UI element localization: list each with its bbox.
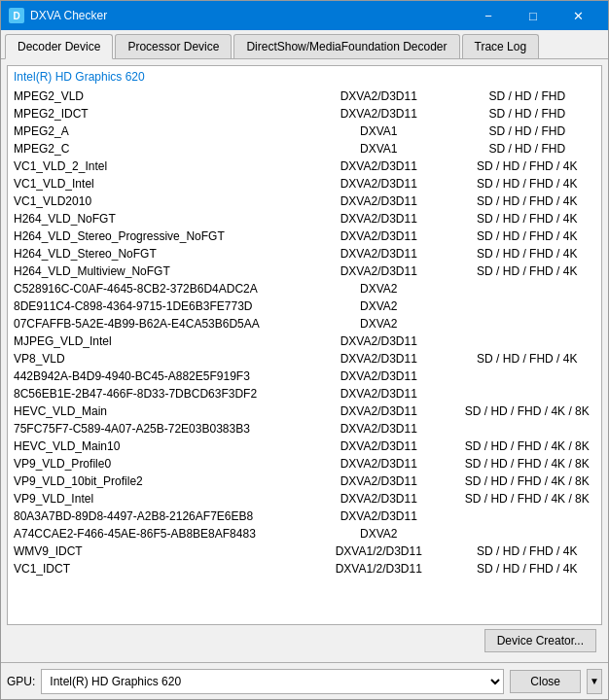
table-row: 80A3A7BD-89D8-4497-A2B8-2126AF7E6EB8 DXV… xyxy=(8,508,601,525)
resolution-value xyxy=(453,525,602,542)
table-row: VP9_VLD_Profile0 DXVA2/D3D11 SD / HD / F… xyxy=(8,455,601,472)
resolution-value xyxy=(453,508,602,525)
codec-name: VC1_VLD2010 xyxy=(8,192,304,210)
api-value: DXVA2 xyxy=(304,315,453,332)
api-value: DXVA2/D3D11 xyxy=(304,508,453,525)
close-window-button[interactable]: ✕ xyxy=(555,5,600,26)
scroll-down-arrow[interactable]: ▼ xyxy=(587,669,602,694)
codec-name: A74CCAE2-F466-45AE-86F5-AB8BE8AF8483 xyxy=(8,525,304,542)
api-value: DXVA2/D3D11 xyxy=(304,438,453,455)
codec-name: 8C56EB1E-2B47-466F-8D33-7DBCD63F3DF2 xyxy=(8,385,304,402)
api-value: DXVA2/D3D11 xyxy=(304,385,453,402)
codec-name: VP9_VLD_Intel xyxy=(8,490,304,508)
table-row: WMV9_IDCT DXVA1/2/D3D11 SD / HD / FHD / … xyxy=(8,542,601,560)
close-button[interactable]: Close xyxy=(510,670,581,693)
table-row: MPEG2_A DXVA1 SD / HD / FHD xyxy=(8,122,601,140)
resolution-value: SD / HD / FHD / 4K xyxy=(453,158,602,175)
api-value: DXVA2/D3D11 xyxy=(304,105,453,122)
gpu-selector[interactable]: Intel(R) HD Graphics 620 xyxy=(41,669,504,694)
decoder-table-container[interactable]: Intel(R) HD Graphics 620 MPEG2_VLD DXVA2… xyxy=(7,65,602,625)
table-row: VC1_VLD_2_Intel DXVA2/D3D11 SD / HD / FH… xyxy=(8,158,601,175)
codec-name: VC1_IDCT xyxy=(8,560,304,578)
resolution-value: SD / HD / FHD / 4K / 8K xyxy=(453,438,602,455)
api-value: DXVA2/D3D11 xyxy=(304,350,453,368)
table-row: VC1_IDCT DXVA1/2/D3D11 SD / HD / FHD / 4… xyxy=(8,560,601,578)
codec-name: VP8_VLD xyxy=(8,350,304,368)
api-value: DXVA2/D3D11 xyxy=(304,158,453,175)
title-controls: − □ ✕ xyxy=(466,5,600,26)
gpu-label: GPU: xyxy=(7,675,35,688)
codec-name: 8DE911C4-C898-4364-9715-1DE6B3FE773D xyxy=(8,298,304,315)
api-value: DXVA2/D3D11 xyxy=(304,245,453,262)
window-title: DXVA Checker xyxy=(30,9,107,22)
table-row: C528916C-C0AF-4645-8CB2-372B6D4ADC2A DXV… xyxy=(8,280,601,298)
codec-name: 442B942A-B4D9-4940-BC45-A882E5F919F3 xyxy=(8,368,304,385)
table-row: VC1_VLD2010 DXVA2/D3D11 SD / HD / FHD / … xyxy=(8,192,601,210)
table-row: VP9_VLD_Intel DXVA2/D3D11 SD / HD / FHD … xyxy=(8,490,601,508)
resolution-value: SD / HD / FHD / 4K xyxy=(453,228,602,245)
table-row: MJPEG_VLD_Intel DXVA2/D3D11 xyxy=(8,332,601,350)
minimize-button[interactable]: − xyxy=(466,5,511,26)
device-creator-button[interactable]: Device Creator... xyxy=(484,629,596,652)
resolution-value: SD / HD / FHD / 4K / 8K xyxy=(453,472,602,490)
table-header: Intel(R) HD Graphics 620 xyxy=(8,66,601,88)
resolution-value: SD / HD / FHD xyxy=(453,140,602,158)
table-row: MPEG2_C DXVA1 SD / HD / FHD xyxy=(8,140,601,158)
table-row: H264_VLD_NoFGT DXVA2/D3D11 SD / HD / FHD… xyxy=(8,210,601,228)
main-window: D DXVA Checker − □ ✕ Decoder Device Proc… xyxy=(0,0,609,700)
codec-name: VC1_VLD_Intel xyxy=(8,175,304,192)
maximize-button[interactable]: □ xyxy=(511,5,555,26)
tab-directshow[interactable]: DirectShow/MediaFoundation Decoder xyxy=(233,34,459,58)
codec-name: MPEG2_VLD xyxy=(8,88,304,105)
app-icon: D xyxy=(9,8,24,23)
resolution-value xyxy=(453,280,602,298)
api-value: DXVA1/2/D3D11 xyxy=(304,560,453,578)
codec-name: H264_VLD_Multiview_NoFGT xyxy=(8,262,304,280)
api-value: DXVA2/D3D11 xyxy=(304,228,453,245)
api-value: DXVA1 xyxy=(304,140,453,158)
codec-name: MPEG2_C xyxy=(8,140,304,158)
title-bar-left: D DXVA Checker xyxy=(9,8,107,23)
tab-trace-log[interactable]: Trace Log xyxy=(462,34,540,58)
codec-name: 07CFAFFB-5A2E-4B99-B62A-E4CA53B6D5AA xyxy=(8,315,304,332)
table-row: MPEG2_IDCT DXVA2/D3D11 SD / HD / FHD xyxy=(8,105,601,122)
codec-name: 75FC75F7-C589-4A07-A25B-72E03B0383B3 xyxy=(8,420,304,438)
codec-name: H264_VLD_Stereo_Progressive_NoFGT xyxy=(8,228,304,245)
codec-name: HEVC_VLD_Main xyxy=(8,402,304,420)
api-value: DXVA2/D3D11 xyxy=(304,210,453,228)
resolution-value xyxy=(453,298,602,315)
resolution-value: SD / HD / FHD / 4K xyxy=(453,192,602,210)
table-row: HEVC_VLD_Main DXVA2/D3D11 SD / HD / FHD … xyxy=(8,402,601,420)
table-row: H264_VLD_Multiview_NoFGT DXVA2/D3D11 SD … xyxy=(8,262,601,280)
table-row: H264_VLD_Stereo_Progressive_NoFGT DXVA2/… xyxy=(8,228,601,245)
codec-name: H264_VLD_NoFGT xyxy=(8,210,304,228)
api-value: DXVA2/D3D11 xyxy=(304,368,453,385)
api-value: DXVA2 xyxy=(304,525,453,542)
table-row: VC1_VLD_Intel DXVA2/D3D11 SD / HD / FHD … xyxy=(8,175,601,192)
table-row: 07CFAFFB-5A2E-4B99-B62A-E4CA53B6D5AA DXV… xyxy=(8,315,601,332)
codec-name: VP9_VLD_10bit_Profile2 xyxy=(8,472,304,490)
table-row: MPEG2_VLD DXVA2/D3D11 SD / HD / FHD xyxy=(8,88,601,105)
resolution-value: SD / HD / FHD / 4K xyxy=(453,262,602,280)
resolution-value: SD / HD / FHD / 4K / 8K xyxy=(453,490,602,508)
table-row: 8C56EB1E-2B47-466F-8D33-7DBCD63F3DF2 DXV… xyxy=(8,385,601,402)
resolution-value: SD / HD / FHD xyxy=(453,122,602,140)
api-value: DXVA2/D3D11 xyxy=(304,455,453,472)
api-value: DXVA2/D3D11 xyxy=(304,490,453,508)
tab-decoder-device[interactable]: Decoder Device xyxy=(5,34,113,59)
table-row: H264_VLD_Stereo_NoFGT DXVA2/D3D11 SD / H… xyxy=(8,245,601,262)
codec-name: MPEG2_IDCT xyxy=(8,105,304,122)
codec-name: C528916C-C0AF-4645-8CB2-372B6D4ADC2A xyxy=(8,280,304,298)
tab-processor-device[interactable]: Processor Device xyxy=(115,34,232,58)
table-row: 8DE911C4-C898-4364-9715-1DE6B3FE773D DXV… xyxy=(8,298,601,315)
footer: GPU: Intel(R) HD Graphics 620 Close ▼ xyxy=(1,662,608,699)
api-value: DXVA2/D3D11 xyxy=(304,332,453,350)
resolution-value xyxy=(453,368,602,385)
codec-name: WMV9_IDCT xyxy=(8,542,304,560)
resolution-value: SD / HD / FHD / 4K / 8K xyxy=(453,455,602,472)
codec-name: H264_VLD_Stereo_NoFGT xyxy=(8,245,304,262)
api-value: DXVA2/D3D11 xyxy=(304,262,453,280)
resolution-value xyxy=(453,315,602,332)
table-row: VP9_VLD_10bit_Profile2 DXVA2/D3D11 SD / … xyxy=(8,472,601,490)
table-row: 442B942A-B4D9-4940-BC45-A882E5F919F3 DXV… xyxy=(8,368,601,385)
